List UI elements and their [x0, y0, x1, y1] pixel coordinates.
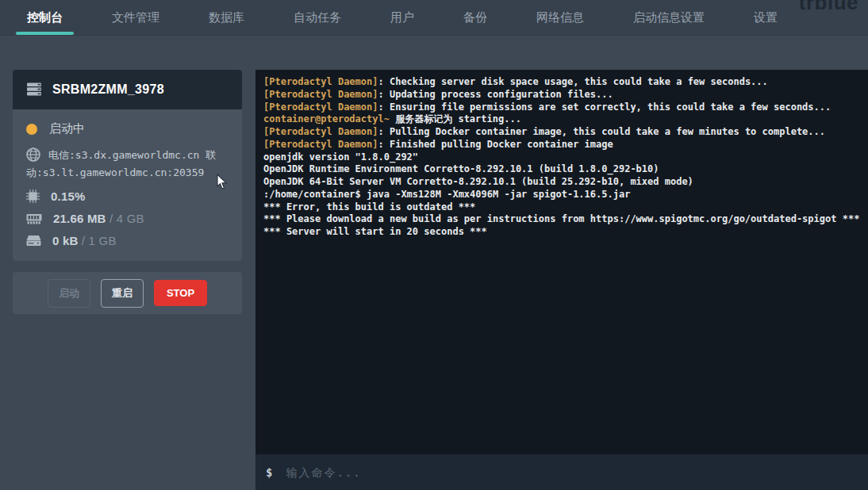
restart-button[interactable]: 重启 — [101, 279, 144, 308]
console-line: :/home/container$ java -Xms128M -Xmx4096… — [263, 189, 860, 201]
console-line-prefix: [Pterodactyl Daemon] — [263, 101, 378, 113]
console-line: OpenJDK Runtime Environment Corretto-8.2… — [263, 163, 860, 176]
brand-logo: trblue — [799, 0, 858, 15]
console-line: [Pterodactyl Daemon]: Updating process c… — [263, 89, 860, 101]
memory-stat-row: 21.66 MB / 4 GB — [26, 212, 229, 225]
server-icon — [26, 82, 42, 97]
memory-used: 21.66 MB — [53, 212, 106, 225]
console-input-bar: $ — [255, 454, 868, 490]
console-panel: [Pterodactyl Daemon]: Checking server di… — [255, 70, 868, 490]
console-line-prefix: [Pterodactyl Daemon] — [263, 126, 378, 137]
console-line-prefix: container@pterodactyl~ — [263, 113, 390, 124]
cpu-icon — [26, 189, 40, 203]
disk-limit: / 1 GB — [79, 234, 117, 247]
console-line: *** Server will start in 20 seconds *** — [263, 226, 860, 239]
console-line: [Pterodactyl Daemon]: Checking server di… — [263, 76, 860, 89]
console-output: [Pterodactyl Daemon]: Checking server di… — [255, 70, 868, 245]
status-dot-icon — [26, 124, 37, 135]
console-line: *** Please download a new build as per i… — [263, 213, 860, 226]
server-title-bar: SRBM2ZMM_3978 — [13, 70, 242, 109]
memory-icon — [26, 213, 42, 224]
console-line: container@pterodactyl~ 服务器标记为 starting..… — [263, 113, 860, 126]
console-line: [Pterodactyl Daemon]: Pulling Docker con… — [263, 126, 860, 139]
top-nav: 控制台文件管理数据库自动任务用户备份网络信息启动信息设置设置 trblue — [0, 0, 868, 35]
globe-icon — [26, 147, 40, 164]
tab-users[interactable]: 用户 — [382, 0, 422, 35]
tab-settings[interactable]: 设置 — [746, 0, 785, 35]
tab-console[interactable]: 控制台 — [19, 0, 71, 35]
command-prompt-symbol: $ — [266, 466, 272, 479]
console-line: *** Error, this build is outdated *** — [263, 201, 860, 214]
server-address: 电信:s3.dx.gameworldmc.cn 联动:s3.lt.gamewor… — [26, 147, 229, 181]
tab-database[interactable]: 数据库 — [201, 0, 252, 35]
stop-button[interactable]: STOP — [154, 280, 207, 306]
memory-limit: / 4 GB — [106, 212, 144, 225]
cpu-value: 0.15% — [51, 189, 86, 203]
tab-schedules[interactable]: 自动任务 — [286, 0, 349, 35]
memory-value: 21.66 MB / 4 GB — [53, 212, 144, 225]
cpu-stat-row: 0.15% — [26, 189, 229, 203]
nav-tabs: 控制台文件管理数据库自动任务用户备份网络信息启动信息设置设置 — [19, 0, 785, 35]
address-text: 电信:s3.dx.gameworldmc.cn 联动:s3.lt.gamewor… — [26, 149, 216, 178]
server-status-row: 启动中 — [26, 121, 229, 136]
tab-backups[interactable]: 备份 — [455, 0, 495, 35]
console-line-prefix: [Pterodactyl Daemon] — [263, 76, 378, 87]
server-sidebar: SRBM2ZMM_3978 启动中 电信:s3.dx.gameworldmc.c… — [13, 70, 242, 314]
console-line: [Pterodactyl Daemon]: Ensuring file perm… — [263, 101, 860, 114]
console-line: openjdk version "1.8.0_292" — [263, 151, 860, 164]
tab-files[interactable]: 文件管理 — [104, 0, 167, 35]
console-line: OpenJDK 64-Bit Server VM Corretto-8.292.… — [263, 176, 860, 189]
power-controls-card: 启动 重启 STOP — [13, 272, 242, 314]
tab-network[interactable]: 网络信息 — [528, 0, 592, 35]
command-input[interactable] — [286, 466, 858, 479]
start-button[interactable]: 启动 — [48, 279, 90, 308]
disk-used: 0 kB — [52, 234, 79, 247]
disk-stat-row: 0 kB / 1 GB — [26, 234, 229, 247]
server-name: SRBM2ZMM_3978 — [52, 82, 164, 97]
console-line: [Pterodactyl Daemon]: Finished pulling D… — [263, 139, 860, 151]
console-line-prefix: [Pterodactyl Daemon] — [263, 89, 378, 100]
hdd-icon — [26, 235, 41, 247]
disk-value: 0 kB / 1 GB — [52, 234, 117, 247]
status-label: 启动中 — [49, 121, 85, 136]
tab-startup[interactable]: 启动信息设置 — [625, 0, 712, 35]
server-info-card: 启动中 电信:s3.dx.gameworldmc.cn 联动:s3.lt.gam… — [13, 109, 242, 261]
console-line-prefix: [Pterodactyl Daemon] — [263, 139, 378, 150]
